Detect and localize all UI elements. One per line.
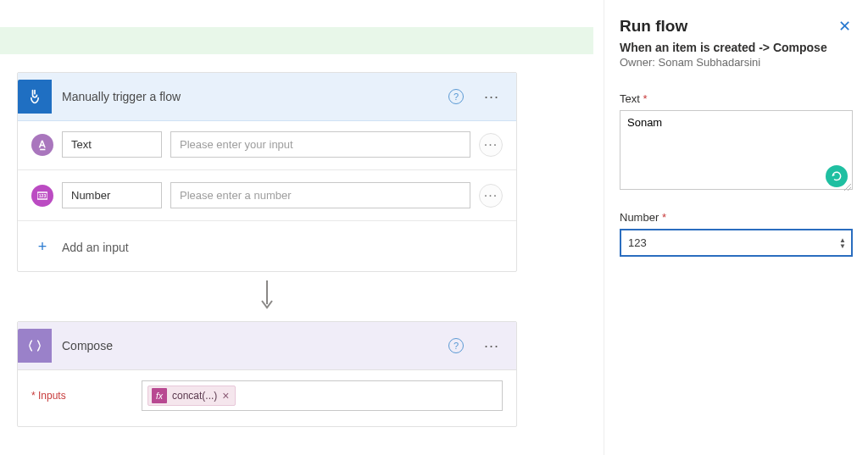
- panel-title: Run flow: [620, 17, 687, 36]
- text-input-field[interactable]: Please enter your input: [170, 131, 470, 158]
- input-menu-button[interactable]: ···: [479, 184, 503, 208]
- trigger-input-row: A̲ Text Please enter your input ···: [31, 131, 503, 158]
- fx-icon: fx: [152, 388, 167, 403]
- required-mark: *: [643, 92, 647, 105]
- plus-icon: +: [31, 238, 53, 256]
- inputs-label: * Inputs: [31, 390, 133, 402]
- number-field-wrap: ▲ ▼: [620, 229, 853, 257]
- compose-body: * Inputs fx concat(...) ×: [18, 370, 516, 426]
- text-textarea[interactable]: [620, 110, 853, 190]
- trigger-header[interactable]: Manually trigger a flow ? ···: [18, 73, 516, 121]
- run-flow-panel: Run flow ✕ When an item is created -> Co…: [604, 0, 868, 455]
- connector-arrow: [17, 272, 517, 321]
- number-type-icon: 123: [31, 185, 53, 207]
- text-field-label: Text *: [620, 92, 853, 105]
- svg-text:123: 123: [39, 193, 47, 198]
- trigger-input-row: 123 Number Please enter a number ···: [31, 182, 503, 208]
- compose-title: Compose: [62, 339, 438, 352]
- input-menu-button[interactable]: ···: [479, 133, 503, 157]
- compose-icon: [18, 329, 52, 363]
- trigger-card: Manually trigger a flow ? ··· A̲ Text Pl…: [17, 72, 517, 272]
- trigger-title: Manually trigger a flow: [62, 90, 438, 103]
- add-input-label: Add an input: [62, 241, 129, 254]
- flow-canvas: Manually trigger a flow ? ··· A̲ Text Pl…: [17, 72, 517, 455]
- required-mark: *: [662, 211, 666, 224]
- input-label[interactable]: Number: [62, 182, 162, 208]
- token-text: concat(...): [172, 390, 217, 402]
- text-field-wrap: [620, 110, 853, 192]
- number-stepper: ▲ ▼: [839, 237, 848, 248]
- text-type-icon: A̲: [31, 134, 53, 156]
- close-icon[interactable]: ✕: [837, 17, 853, 36]
- trigger-menu-button[interactable]: ···: [477, 90, 506, 103]
- number-field-label: Number *: [620, 211, 853, 224]
- remove-token-icon[interactable]: ×: [222, 391, 229, 401]
- step-down-icon[interactable]: ▼: [839, 243, 848, 248]
- add-input-button[interactable]: + Add an input: [31, 233, 503, 266]
- compose-header[interactable]: Compose ? ···: [18, 322, 516, 370]
- panel-subtitle: When an item is created -> Compose: [620, 41, 853, 54]
- divider: [18, 169, 516, 170]
- sync-indicator-icon: [826, 165, 848, 187]
- help-icon[interactable]: ?: [448, 338, 464, 353]
- divider: [18, 220, 516, 221]
- touch-icon: [18, 80, 52, 114]
- notification-banner: [0, 27, 593, 54]
- number-input[interactable]: [620, 229, 853, 257]
- trigger-body: A̲ Text Please enter your input ··· 123 …: [18, 121, 516, 271]
- help-icon[interactable]: ?: [448, 89, 464, 104]
- compose-card: Compose ? ··· * Inputs fx concat(...) ×: [17, 321, 517, 427]
- owner-line: Owner: Sonam Subhadarsini: [620, 56, 853, 69]
- expression-token[interactable]: fx concat(...) ×: [147, 386, 236, 406]
- compose-menu-button[interactable]: ···: [477, 339, 506, 352]
- input-label[interactable]: Text: [62, 131, 162, 158]
- number-input-field[interactable]: Please enter a number: [170, 182, 470, 208]
- inputs-field[interactable]: fx concat(...) ×: [142, 380, 503, 411]
